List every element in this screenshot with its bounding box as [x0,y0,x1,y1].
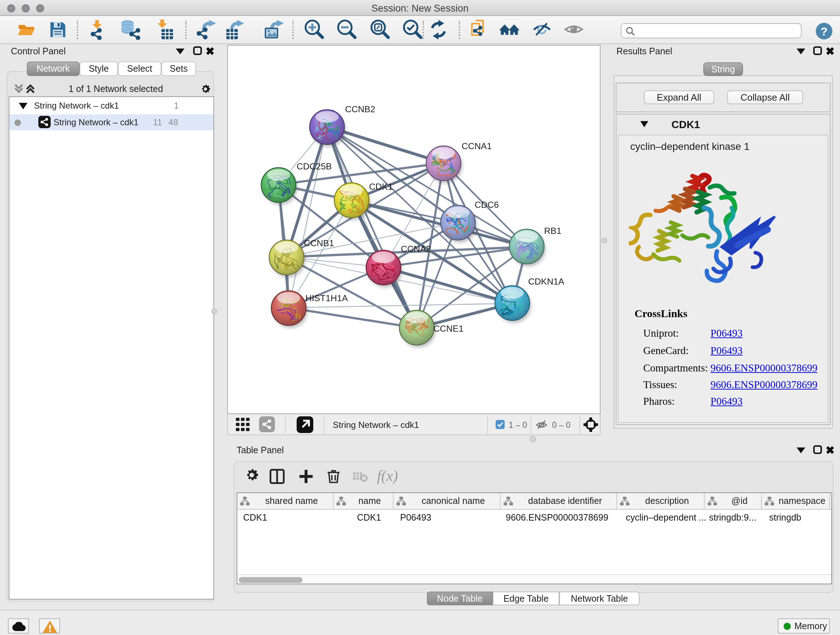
svg-text:CDC25B: CDC25B [297,162,332,171]
svg-text:CCNA1: CCNA1 [462,141,492,151]
svg-text:CCNA2: CCNA2 [401,244,431,254]
svg-text:CCNB2: CCNB2 [345,104,375,114]
svg-text:CCNE1: CCNE1 [433,324,463,333]
svg-text:CCNB1: CCNB1 [304,238,334,248]
svg-text:HIST1H1A: HIST1H1A [305,293,348,303]
svg-text:CDK1: CDK1 [369,182,393,192]
svg-text:CDC6: CDC6 [475,200,499,210]
svg-text:RB1: RB1 [544,226,561,236]
svg-text:?: ? [821,25,828,38]
svg-text:CDKN1A: CDKN1A [528,277,564,287]
